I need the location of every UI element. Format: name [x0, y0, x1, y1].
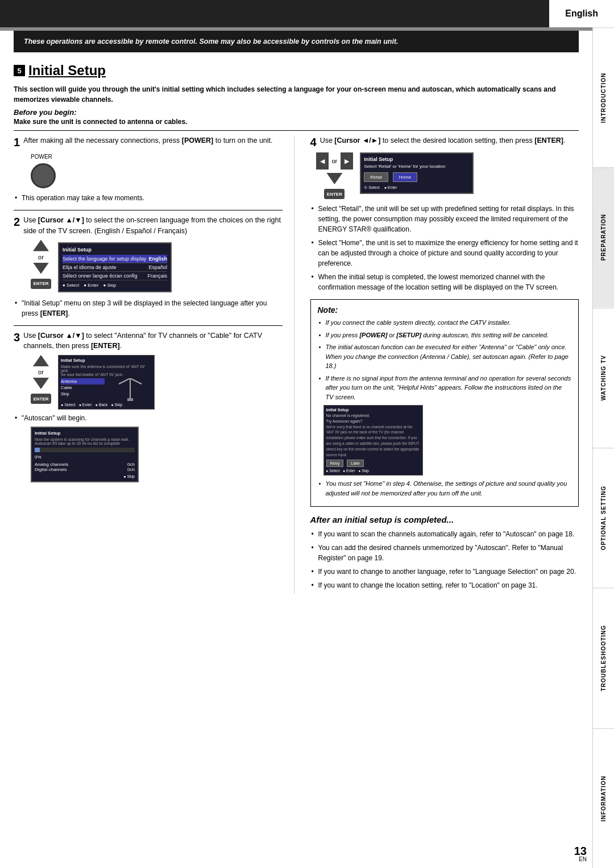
enter-button-icon: ENTER — [31, 279, 51, 289]
analog-row: Analog channels 0ch — [35, 462, 135, 467]
before-begin-label: Before you begin: — [14, 108, 579, 117]
after-setup-title: After an initial setup is completed... — [310, 515, 579, 524]
right-sidebar: INTRODUCTION PREPARATION WATCHING TV OPT… — [592, 27, 614, 868]
section-title: Initial Setup — [14, 63, 579, 78]
analog-label: Analog channels — [35, 462, 68, 467]
or-text-step4: or — [332, 152, 338, 170]
right-column: 4 Use [Cursor ◄/►] to select the desired… — [308, 135, 579, 594]
language-tab[interactable]: English — [549, 0, 614, 27]
page-title: Initial Setup — [28, 63, 106, 78]
step-4-number: 4 — [310, 135, 317, 149]
step-1-header: 1 After making all the necessary connect… — [14, 135, 283, 149]
sidebar-introduction: INTRODUCTION — [593, 27, 614, 167]
retry-footer: ● Select● Enter● Skip — [326, 469, 420, 473]
autoscan-footer: ● Skip — [35, 474, 135, 478]
lr-arrows: ◀ or ▶ — [316, 152, 354, 170]
step-1-number: 1 — [14, 135, 20, 149]
note-box: Note: If you connect the cable system di… — [310, 299, 579, 507]
analog-val: 0ch — [127, 462, 135, 467]
step-3-options: Antenna Cable Skip — [61, 378, 152, 401]
section-checkbox — [14, 65, 25, 76]
step-3-number: 3 — [14, 330, 20, 344]
retry-screen-area: Initial Setup No channel is registered.T… — [323, 405, 572, 476]
step-3-tv-screen: Initial Setup Make sure the antenna is c… — [58, 355, 155, 410]
enter-button-step3: ENTER — [31, 394, 51, 404]
step-2-divider — [14, 325, 283, 326]
step-2-tv-title: Initial Setup — [63, 247, 167, 253]
step-3-autoscan-bullet: "Autoscan" will begin. — [14, 413, 283, 423]
sidebar-troubleshooting: TROUBLESHOOTING — [593, 588, 614, 728]
note-bullet-3: The initial autoscan function can be exe… — [318, 342, 572, 371]
page-en-label: EN — [579, 856, 587, 862]
location-screen: Initial Setup Select 'Retail' or 'Home' … — [360, 152, 474, 194]
note-bullet-4: If there is no signal input from the ant… — [318, 374, 572, 402]
step-4-controls: ◀ or ▶ ENTER Initial Setup Select 'Retai… — [316, 152, 579, 199]
up-arrow-icon — [33, 240, 49, 251]
progress-percent: 0% — [35, 454, 135, 460]
note-title: Note: — [318, 305, 572, 315]
after-bullet-3: If you want to change to another languag… — [310, 567, 579, 577]
note-bullet-2: If you press [POWER] or [SETUP] during a… — [318, 330, 572, 340]
antenna-diagram — [108, 378, 152, 401]
location-subtitle: Select 'Retail' or 'Home' for your locat… — [364, 164, 470, 169]
enter-button-step4: ENTER — [324, 189, 345, 199]
step-2-text: Use [Cursor ▲/▼] to select the on-screen… — [23, 215, 282, 237]
step-1: 1 After making all the necessary connect… — [14, 135, 283, 203]
home-bullet: Select "Home", the unit is set to maximi… — [310, 238, 579, 268]
step-2-tv-footer: ● Select ● Enter ● Skip — [63, 283, 167, 288]
step-3-tv-title: Initial Setup — [61, 358, 152, 363]
top-bar: English — [0, 0, 614, 27]
intro-text: This section will guide you through the … — [14, 84, 579, 105]
warning-text: These operations are accessible by remot… — [24, 38, 399, 46]
or-text-step2: or — [38, 254, 44, 261]
step-3-text: Use [Cursor ▲/▼] to select "Antenna" for… — [23, 330, 282, 352]
sidebar-watching-tv: WATCHING TV — [593, 308, 614, 448]
power-button-icon — [31, 163, 56, 188]
after-bullet-1: If you want to scan the channels automat… — [310, 529, 579, 539]
sidebar-preparation: PREPARATION — [593, 167, 614, 307]
retail-bullet: Select "Retail", the unit will be set up… — [310, 204, 579, 234]
skip-row: Skip — [61, 391, 105, 397]
location-title: Initial Setup — [364, 156, 470, 162]
two-column-layout: 1 After making all the necessary connect… — [14, 135, 579, 594]
or-text-step3: or — [38, 369, 44, 375]
sidebar-optional-setting: OPTIONAL SETTING — [593, 448, 614, 588]
digital-label: Digital channels — [35, 467, 67, 472]
svg-line-1 — [119, 378, 130, 384]
step-1-bullet-text: This operation may take a few moments. — [22, 194, 144, 202]
after-bullet-2: You can add the desired channels unmemor… — [310, 543, 579, 563]
after-bullet-4: If you want to change the location setti… — [310, 580, 579, 590]
tv-row-espanol: Elija el idioma de ajuste Español — [63, 263, 167, 272]
note-bullet-5: You must set "Home" in step 4. Otherwise… — [318, 479, 572, 498]
svg-line-2 — [130, 378, 142, 384]
complete-bullet: When the initial setup is completed, the… — [310, 272, 579, 292]
before-begin-text: Make sure the unit is connected to anten… — [14, 118, 579, 126]
step-4: 4 Use [Cursor ◄/►] to select the desired… — [310, 135, 579, 292]
step-3-header: 3 Use [Cursor ▲/▼] to select "Antenna" f… — [14, 330, 283, 352]
retry-btn[interactable]: Retry — [326, 460, 344, 467]
home-btn[interactable]: Home — [393, 172, 417, 182]
autoscan-screen: Initial Setup Now the system is scanning… — [31, 427, 139, 482]
svg-rect-3 — [127, 398, 133, 401]
step-3: 3 Use [Cursor ▲/▼] to select "Antenna" f… — [14, 330, 283, 483]
step-1-text: After making all the necessary connectio… — [23, 135, 272, 146]
retry-text: No channel is registered.Try Autoscan ag… — [326, 413, 420, 457]
autoscan-title: Initial Setup — [35, 431, 135, 436]
top-divider — [14, 130, 579, 131]
warning-box: These operations are accessible by remot… — [14, 31, 579, 52]
retail-btn[interactable]: Retail — [364, 172, 388, 182]
step-2-tv-screen: Initial Setup Select the language for se… — [58, 242, 172, 292]
step-2-bullet: "Initial Setup" menu on step 3 will be d… — [14, 298, 283, 319]
tv-row-english: Select the language for setup display En… — [63, 255, 167, 263]
progress-bar — [35, 448, 135, 452]
antenna-row: Antenna — [61, 378, 105, 385]
power-label: POWER — [31, 154, 52, 160]
step-4-text: Use [Cursor ◄/►] to select the desired l… — [320, 135, 566, 146]
down-arrow-icon — [33, 263, 49, 274]
retry-screen: Initial Setup No channel is registered.T… — [323, 405, 423, 476]
later-btn[interactable]: Later — [347, 460, 364, 467]
step-4-header: 4 Use [Cursor ◄/►] to select the desired… — [310, 135, 579, 149]
location-footer: ① Select ● Enter — [364, 185, 470, 190]
retry-buttons: Retry Later — [326, 460, 420, 467]
digital-row: Digital channels 0ch — [35, 467, 135, 472]
